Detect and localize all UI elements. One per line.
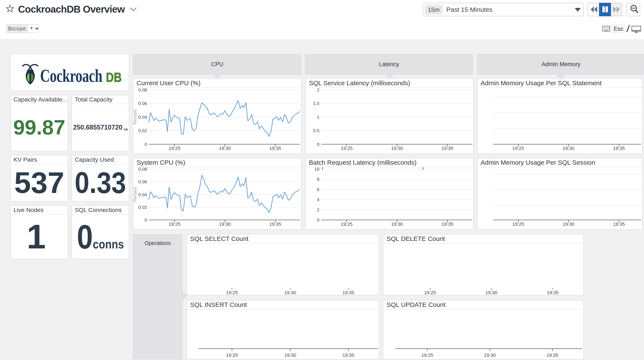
svg-text:19:25: 19:25 xyxy=(226,353,238,358)
svg-text:2: 2 xyxy=(317,88,320,92)
svg-text:0.06: 0.06 xyxy=(138,179,147,184)
svg-text:2: 2 xyxy=(317,207,320,212)
svg-text:19:25: 19:25 xyxy=(424,290,436,295)
svg-text:0: 0 xyxy=(317,217,320,222)
svg-text:19:30: 19:30 xyxy=(284,290,296,295)
svg-text:19:35: 19:35 xyxy=(547,290,558,295)
svg-text:19:35: 19:35 xyxy=(342,353,354,358)
svg-text:0.08: 0.08 xyxy=(138,167,147,172)
svg-text:10: 10 xyxy=(314,167,320,172)
svg-text:19:35: 19:35 xyxy=(342,290,354,295)
svg-text:19:35: 19:35 xyxy=(613,146,625,151)
svg-text:1.5: 1.5 xyxy=(313,101,320,106)
svg-text:19:30: 19:30 xyxy=(485,290,497,295)
svg-text:19:35: 19:35 xyxy=(442,221,453,227)
svg-text:6: 6 xyxy=(317,187,320,192)
svg-text:19:25: 19:25 xyxy=(512,221,524,227)
svg-text:19:30: 19:30 xyxy=(562,146,574,151)
svg-text:19:25: 19:25 xyxy=(341,221,352,227)
svg-text:Percent: Percent xyxy=(133,110,138,124)
svg-text:4: 4 xyxy=(317,197,320,202)
svg-text:19:25: 19:25 xyxy=(341,146,352,151)
svg-text:0.04: 0.04 xyxy=(138,192,147,197)
svg-text:19:35: 19:35 xyxy=(269,146,281,151)
svg-text:19:35: 19:35 xyxy=(613,221,625,227)
svg-text:8: 8 xyxy=(317,177,320,182)
svg-text:1: 1 xyxy=(317,115,320,119)
svg-text:0.08: 0.08 xyxy=(138,88,147,92)
svg-text:0.06: 0.06 xyxy=(138,101,147,106)
svg-text:19:25: 19:25 xyxy=(168,221,180,227)
svg-text:19:25: 19:25 xyxy=(168,146,180,151)
svg-text:19:25: 19:25 xyxy=(226,290,238,295)
svg-text:19:35: 19:35 xyxy=(546,353,558,358)
svg-text:19:30: 19:30 xyxy=(284,353,296,358)
svg-text:19:25: 19:25 xyxy=(421,353,433,358)
svg-text:0.5: 0.5 xyxy=(313,128,320,133)
svg-text:19:25: 19:25 xyxy=(512,146,524,151)
svg-text:19:30: 19:30 xyxy=(484,353,496,358)
svg-text:19:35: 19:35 xyxy=(442,146,453,151)
svg-text:19:30: 19:30 xyxy=(219,221,231,227)
svg-text:0: 0 xyxy=(144,217,147,222)
svg-text:19:30: 19:30 xyxy=(219,146,231,151)
svg-text:0.02: 0.02 xyxy=(138,205,147,210)
svg-text:Percent: Percent xyxy=(133,187,138,202)
svg-text:0: 0 xyxy=(144,142,147,147)
svg-text:0.04: 0.04 xyxy=(138,115,147,119)
svg-text:19:30: 19:30 xyxy=(391,146,403,151)
svg-text:19:30: 19:30 xyxy=(562,221,574,227)
svg-text:0: 0 xyxy=(317,142,320,147)
svg-text:19:35: 19:35 xyxy=(269,221,281,227)
svg-text:0.02: 0.02 xyxy=(138,128,147,133)
svg-text:19:30: 19:30 xyxy=(391,221,403,227)
